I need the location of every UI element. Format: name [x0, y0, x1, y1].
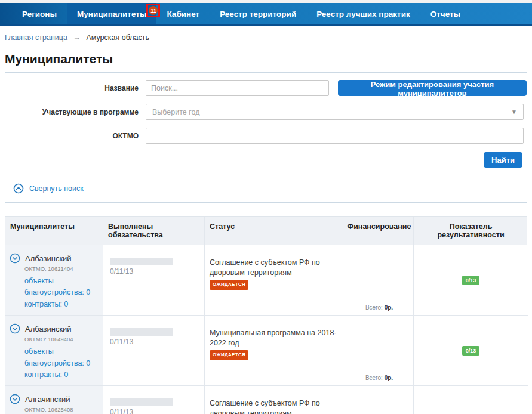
header-status: Статус: [205, 217, 345, 245]
municipality-oktmo: ОКТМО: 10649404: [24, 336, 100, 342]
table-row: Албазинский ОКТМО: 10649404 объекты благ…: [5, 316, 527, 386]
breadcrumb-current: Амурская область: [86, 33, 149, 42]
nav-item-territories-registry[interactable]: Реестр территорий: [210, 3, 306, 24]
breadcrumb: Главная страница → Амурская область: [0, 26, 532, 42]
financing-total-label: Всего:: [365, 375, 383, 381]
obligations-count: 0/11/13: [110, 267, 204, 276]
obligations-count: 0/11/13: [110, 338, 204, 346]
expand-row-icon[interactable]: [10, 253, 20, 264]
performance-badge: 0/13: [462, 276, 480, 285]
obligations-count: 0/11/13: [110, 408, 204, 414]
name-field-label: Название: [5, 84, 146, 92]
expand-row-icon[interactable]: [10, 394, 20, 404]
oktmo-field-label: ОКТМО: [5, 132, 146, 140]
page-title: Муниципалитеты: [5, 52, 527, 66]
nav-item-municipalities-label: Муниципалитеты: [77, 10, 146, 18]
name-search-input[interactable]: [146, 80, 329, 96]
municipality-name: Албазинский: [25, 254, 72, 263]
find-button-row: Найти: [5, 152, 527, 168]
breadcrumb-separator: →: [73, 33, 81, 42]
chevron-up-circle-icon: [13, 183, 24, 194]
status-badge: ОЖИДАЕТСЯ: [210, 280, 248, 290]
municipality-oktmo: ОКТМО: 10625408: [24, 406, 100, 413]
header-financing: Финансирование: [345, 217, 414, 245]
status-text: Соглашение с субъектом РФ по дворовым те…: [210, 258, 339, 278]
breadcrumb-home-link[interactable]: Главная страница: [5, 33, 67, 42]
edit-participation-mode-button[interactable]: Режим редактирования участия муниципалит…: [338, 80, 527, 96]
search-row-name: Название Режим редактирования участия му…: [5, 80, 527, 96]
municipality-name: Алгачинский: [25, 395, 70, 404]
status-text: Соглашение с субъектом РФ по дворовым те…: [210, 398, 339, 414]
financing-total-value: 0р.: [385, 304, 393, 311]
nav-item-municipalities[interactable]: Муниципалитеты 11: [67, 3, 156, 24]
table-row: Албазинский ОКТМО: 10621404 объекты благ…: [5, 245, 527, 316]
objects-link[interactable]: объекты благоустройства: 0: [24, 346, 100, 369]
financing-total-label: Всего:: [365, 304, 383, 311]
nav-item-regions[interactable]: Регионы: [12, 3, 67, 24]
program-field-label: Участвующие в программе: [5, 108, 146, 116]
year-select[interactable]: Выберите год ▼: [146, 104, 524, 120]
find-button[interactable]: Найти: [484, 152, 522, 168]
search-panel: Название Режим редактирования участия му…: [5, 72, 527, 203]
header-obligations: Выполнены обязательства: [103, 217, 205, 245]
obligations-progress-bar: [110, 258, 173, 265]
year-select-placeholder: Выберите год: [152, 108, 200, 116]
nav-item-best-practices-registry[interactable]: Реестр лучших практик: [306, 3, 420, 24]
municipality-oktmo: ОКТМО: 10621404: [24, 265, 100, 272]
nav-item-reports[interactable]: Отчеты: [420, 3, 471, 24]
collapse-search-link[interactable]: Свернуть поиск: [29, 184, 84, 193]
expand-row-icon[interactable]: [10, 323, 20, 334]
municipality-name: Албазинский: [25, 325, 72, 333]
status-badge: ОЖИДАЕТСЯ: [210, 350, 248, 360]
header-performance: Показатель результативности: [414, 217, 528, 245]
search-row-oktmo: ОКТМО: [5, 128, 527, 144]
objects-link[interactable]: объекты благоустройства: 0: [24, 276, 100, 299]
status-text: Муниципальная программа на 2018-2022 год: [210, 328, 339, 348]
nav-item-cabinet[interactable]: Кабинет: [156, 3, 210, 24]
table-header-row: Муниципалитеты Выполнены обязательства С…: [5, 217, 527, 245]
search-row-program: Участвующие в программе Выберите год ▼: [5, 104, 527, 120]
contracts-link[interactable]: контракты: 0: [24, 369, 100, 381]
table-row: Алгачинский ОКТМО: 10625408 объекты благ…: [5, 386, 527, 414]
performance-badge: 0/13: [462, 346, 480, 356]
main-navigation: Регионы Муниципалитеты 11 Кабинет Реестр…: [0, 3, 532, 26]
obligations-progress-bar: [110, 328, 173, 336]
municipalities-table: Муниципалитеты Выполнены обязательства С…: [5, 216, 527, 414]
header-municipalities: Муниципалитеты: [5, 217, 103, 245]
obligations-progress-bar: [110, 398, 173, 406]
collapse-search-control[interactable]: Свернуть поиск: [13, 183, 527, 194]
contracts-link[interactable]: контракты: 0: [24, 299, 100, 310]
financing-total-value: 0р.: [385, 375, 393, 381]
oktmo-input[interactable]: [146, 128, 524, 144]
chevron-down-icon: ▼: [511, 109, 517, 115]
